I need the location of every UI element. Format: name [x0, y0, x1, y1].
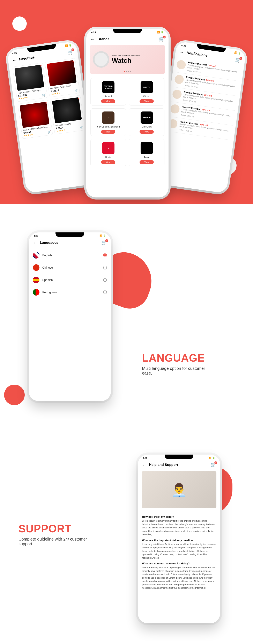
radio-button[interactable]: [103, 290, 107, 294]
product-card[interactable]: ♥ Intex Red Headphone hig... $ 50.00 ★★★…: [17, 100, 53, 139]
cart-icon[interactable]: 🛒0: [211, 462, 216, 468]
language-name: Portuguese: [42, 291, 57, 294]
product-image: [14, 64, 44, 91]
phone-notch: [165, 454, 193, 459]
page-title: Favorites: [19, 55, 35, 62]
add-to-cart-icon[interactable]: 🛒: [47, 130, 51, 134]
view-button[interactable]: View: [140, 99, 154, 103]
brand-name: Armani: [93, 95, 124, 98]
brand-logo: LIMELIGHT: [141, 112, 153, 124]
page-title: Notifications: [186, 51, 208, 58]
heart-icon[interactable]: ♥: [45, 101, 47, 105]
support-hero-image: 👨‍💼: [142, 471, 217, 508]
flag-icon: [33, 252, 39, 258]
cart-badge: 0: [105, 239, 108, 242]
cart-icon[interactable]: 🛒0: [101, 240, 107, 246]
phone-brands: 4:23 📶🔋 ← Brands 🛒0 Sale Offer 20% OFF T…: [86, 29, 169, 198]
flag-icon: [33, 264, 39, 271]
cart-icon[interactable]: 🛒0: [235, 57, 241, 63]
faq-answer: It is a long established fact that a rea…: [142, 542, 216, 560]
notification-avatar: [170, 104, 180, 114]
banner-pagination: [124, 71, 131, 72]
page-title: Brands: [97, 37, 110, 41]
promo-banner[interactable]: Sale Offer 20% OFF This Week Watch: [90, 45, 165, 74]
radio-button[interactable]: [103, 254, 107, 257]
heart-icon[interactable]: ♥: [40, 64, 42, 68]
back-icon[interactable]: ←: [12, 58, 17, 63]
radio-button[interactable]: [103, 266, 107, 270]
section-headline: SUPPORT: [18, 522, 97, 535]
section-headline: LANGUAGE: [142, 352, 216, 364]
heart-icon[interactable]: ♥: [72, 60, 74, 63]
notification-avatar: [172, 89, 182, 99]
phone-languages: 4:23 📶🔋 ← Languages 🛒0 English Chinese: [29, 232, 111, 401]
view-button[interactable]: View: [101, 130, 115, 134]
product-image: [20, 102, 49, 128]
phone-favorites: 4:23 📶🔋 ← Favorites 🛒0 ♥ High.Precision …: [7, 41, 96, 194]
add-to-cart-icon[interactable]: 🛒: [79, 126, 83, 130]
status-time: 4:23: [181, 44, 186, 47]
product-card[interactable]: ♥ High.Precision Gaming ... $ 125.00 ★★★…: [12, 62, 47, 102]
flag-icon: [33, 289, 39, 296]
language-name: English: [42, 254, 52, 257]
heart-icon[interactable]: ♥: [77, 97, 79, 100]
cart-badge: 0: [239, 57, 243, 60]
language-option[interactable]: Chinese: [33, 262, 107, 274]
product-image: [47, 60, 77, 86]
brand-name: J. by Junaid Jamsheed: [93, 126, 124, 128]
banner-subtitle: Sale Offer 20% OFF This Week: [112, 54, 141, 57]
view-button[interactable]: View: [140, 160, 154, 164]
language-option[interactable]: Spanish: [33, 274, 107, 286]
back-icon[interactable]: ←: [142, 462, 146, 467]
product-card[interactable]: ♥ Wireless Gaming ... $ 34.00 ★★★★☆ 🛒: [50, 95, 85, 134]
brand-logo: b: [102, 142, 114, 154]
notification-avatar: [176, 60, 186, 70]
notification-avatar: [168, 119, 178, 129]
section-subhead: Multi language option for customer ease.: [142, 366, 216, 376]
cart-icon[interactable]: 🛒0: [67, 49, 74, 55]
section-subhead: Complete guideline with 24/ customer sup…: [18, 537, 97, 546]
faq-question: How do I track my order?: [142, 515, 216, 518]
radio-button[interactable]: [103, 278, 107, 282]
status-time: 4:23: [91, 31, 96, 34]
product-card[interactable]: ♥ DX Racer Origin Series ... $ 175.00 ★★…: [45, 58, 80, 97]
language-option[interactable]: Portuguese: [33, 286, 107, 298]
back-icon[interactable]: ←: [90, 37, 95, 42]
brand-card[interactable]: LIMELIGHT LimeLight View: [129, 108, 164, 136]
status-time: 4:23: [12, 52, 17, 55]
banner-title: Watch: [112, 57, 141, 64]
back-icon[interactable]: ←: [179, 50, 184, 55]
view-button[interactable]: View: [101, 160, 115, 164]
brand-card[interactable]: J. J. by Junaid Jamsheed View: [90, 108, 126, 136]
faq-question: What are the important delivery timeline: [142, 539, 216, 542]
cart-badge: 0: [71, 48, 75, 52]
back-icon[interactable]: ←: [33, 240, 37, 245]
phone-notch: [55, 232, 84, 237]
cart-icon[interactable]: 🛒0: [159, 36, 164, 42]
product-image: [52, 97, 82, 124]
phone-notifications: 4:23 📶🔋 ← Notifications 🛒0 Product Disco…: [157, 41, 246, 194]
cart-badge: 0: [214, 461, 217, 464]
headphone-image: [93, 51, 109, 68]
brand-name: Apple: [131, 156, 162, 158]
brand-card[interactable]: CITIZEN Citizen View: [129, 78, 164, 106]
status-time: 4:23: [34, 235, 38, 237]
decorative-blob: [4, 385, 25, 405]
language-option[interactable]: English: [33, 249, 107, 262]
view-button[interactable]: View: [101, 99, 115, 103]
add-to-cart-icon[interactable]: 🛒: [74, 89, 78, 92]
add-to-cart-icon[interactable]: 🛒: [42, 93, 46, 97]
page-title: Help and Support: [149, 463, 178, 467]
cart-badge: 0: [163, 36, 166, 38]
phone-notch: [113, 29, 142, 33]
faq-answer: There are many variations of passages of…: [142, 566, 216, 590]
brand-card[interactable]: Apple View: [129, 139, 164, 166]
view-button[interactable]: View: [140, 130, 154, 134]
brand-card[interactable]: b Beats View: [90, 139, 126, 166]
phone-support: 4:23 📶🔋 ← Help and Support 🛒0 👨‍💼 How do…: [138, 454, 220, 623]
status-time: 4:23: [143, 457, 147, 459]
brand-card[interactable]: EMPORIO ARMANI Armani View: [90, 78, 126, 106]
brand-logo: J.: [102, 112, 114, 124]
brand-name: Beats: [93, 156, 124, 158]
faq-answer: Lorem Ipsum is simply dummy text of the …: [142, 519, 216, 536]
